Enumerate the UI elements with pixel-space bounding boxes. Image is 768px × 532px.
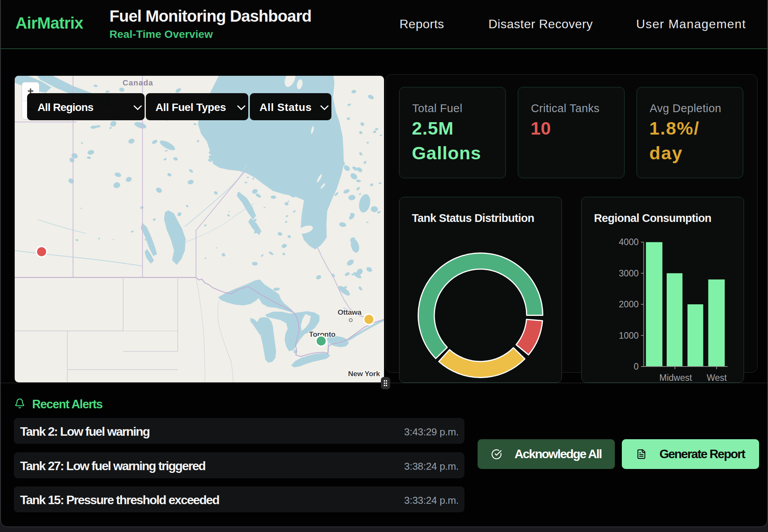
svg-text:3000: 3000 [619,268,638,278]
svg-text:Midwest: Midwest [659,373,692,382]
svg-text:0: 0 [634,361,639,372]
svg-text:4000: 4000 [619,237,638,247]
svg-text:West: West [707,373,727,382]
svg-text:Ottawa: Ottawa [338,308,362,316]
svg-text:New York: New York [348,370,380,378]
svg-text:Canada: Canada [123,78,153,87]
svg-text:1000: 1000 [619,331,638,341]
svg-text:2000: 2000 [619,299,638,309]
